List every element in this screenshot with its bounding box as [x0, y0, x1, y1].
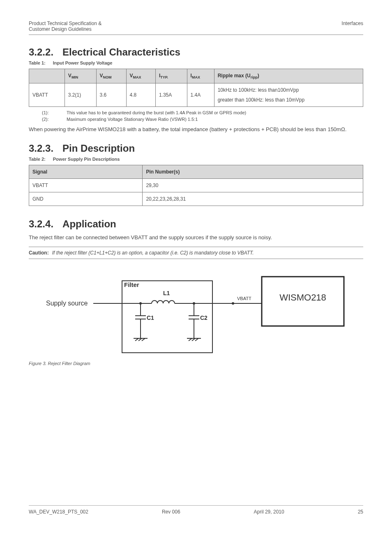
table-row: VBATT 29,30: [29, 179, 363, 192]
header-right: Interfaces: [341, 21, 363, 32]
module-label: WISMO218: [279, 292, 326, 303]
c1-label: C1: [147, 314, 154, 321]
cell-signal: VBATT: [29, 179, 143, 192]
col-signal: Signal: [29, 165, 143, 179]
section-3-2-4-title: 3.2.4.Application: [29, 218, 363, 230]
cell-ityp: 1.35A: [155, 83, 187, 107]
cell-imax: 1.4A: [187, 83, 214, 107]
section-number: 3.2.3.: [29, 143, 53, 154]
caption-text: Power Supply Pin Descriptions: [53, 157, 120, 162]
cell-vmax: 4.8: [126, 83, 155, 107]
svg-point-24: [232, 302, 234, 305]
page-footer: WA_DEV_W218_PTS_002 Rev 006 April 29, 20…: [29, 505, 363, 515]
footnote-2: (2):Maximum operating Voltage Stationary…: [42, 117, 363, 122]
table2-caption: Table 2:Power Supply Pin Descriptions: [29, 157, 363, 162]
caution-label: Caution:: [29, 250, 49, 256]
table-row: VBATT 3.2(1) 3.6 4.8 1.35A 1.4A 10kHz to…: [29, 83, 363, 107]
header-left: Product Technical Specification & Custom…: [29, 21, 101, 32]
impedance-note: When powering the AirPrime WISMO218 with…: [29, 126, 363, 134]
caution-note: Caution:If the reject filter (C1+L1+C2) …: [29, 247, 363, 259]
col-imax: IMAX: [187, 69, 214, 83]
reject-filter-diagram: Supply source Filter C1 L1: [29, 266, 363, 357]
col-vnom: VNOM: [96, 69, 126, 83]
cell-vmin: 3.2(1): [65, 83, 96, 107]
cell-name: VBATT: [29, 83, 65, 107]
section-number: 3.2.2.: [29, 46, 53, 58]
section-number: 3.2.4.: [29, 218, 53, 229]
c2-label: C2: [200, 314, 208, 321]
col-pins: Pin Number(s): [143, 165, 363, 179]
table1-caption: Table 1:Input Power Supply Voltage: [29, 60, 363, 65]
table-row: GND 20,22,23,26,28,31: [29, 192, 363, 206]
section-3-2-2-title: 3.2.2.Electrical Characteristics: [29, 46, 363, 58]
caption-label: Table 1:: [29, 60, 46, 65]
footer-date: April 29, 2010: [254, 509, 284, 515]
figure3-caption: Figure 3. Reject Filter Diagram: [29, 361, 363, 366]
footer-rev: Rev 006: [162, 509, 180, 515]
footer-doc: WA_DEV_W218_PTS_002: [29, 509, 88, 515]
cell-vnom: 3.6: [96, 83, 126, 107]
caption-label: Table 2:: [29, 157, 46, 162]
col-vmin: VMIN: [65, 69, 96, 83]
cell-signal: GND: [29, 192, 143, 206]
cell-pins: 20,22,23,26,28,31: [143, 192, 363, 206]
footer-page: 25: [358, 509, 363, 515]
page-header: Product Technical Specification & Custom…: [29, 21, 363, 35]
l1-label: L1: [163, 290, 170, 296]
col-blank: [29, 69, 65, 83]
footnote-1: (1):This value has to be guaranteed duri…: [42, 110, 363, 115]
cell-pins: 29,30: [143, 179, 363, 192]
section-3-2-3-title: 3.2.3.Pin Description: [29, 143, 363, 154]
section-heading: Application: [62, 218, 116, 229]
section-heading: Pin Description: [62, 143, 135, 154]
caution-text: If the reject filter (C1+L1+C2) is an op…: [52, 250, 254, 256]
application-body: The reject filter can be connected betwe…: [29, 234, 363, 242]
caption-text: Input Power Supply Voltage: [53, 60, 113, 65]
col-ripple: Ripple max (Uripp): [214, 69, 363, 83]
table-input-power-supply: VMIN VNOM VMAX ITYP. IMAX Ripple max (Ur…: [29, 69, 363, 107]
col-ityp: ITYP.: [155, 69, 187, 83]
vbatt-label: VBATT: [237, 296, 251, 301]
cell-ripple: 10kHz to 100kHz: less than100mVpp greate…: [214, 83, 363, 107]
table-pin-descriptions: Signal Pin Number(s) VBATT 29,30 GND 20,…: [29, 165, 363, 206]
filter-label: Filter: [124, 281, 139, 288]
section-heading: Electrical Characteristics: [62, 46, 180, 58]
col-vmax: VMAX: [126, 69, 155, 83]
supply-source-label: Supply source: [46, 300, 88, 307]
